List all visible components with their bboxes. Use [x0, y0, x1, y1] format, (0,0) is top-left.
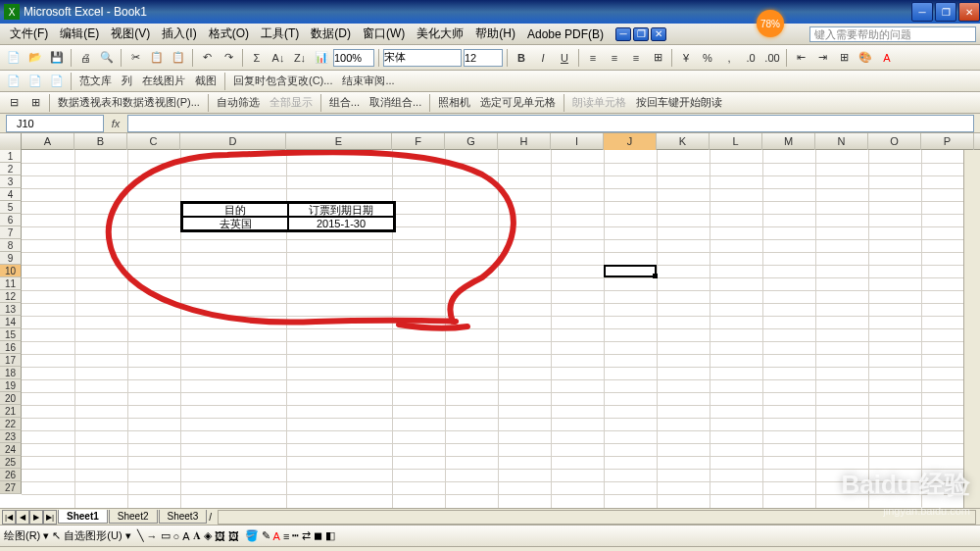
- row-header-3[interactable]: 3: [0, 175, 22, 188]
- borders-button[interactable]: ⊞: [834, 48, 854, 68]
- template-lib-button[interactable]: 范文库: [75, 74, 116, 88]
- menu-beautify[interactable]: 美化大师: [411, 24, 469, 44]
- col-header-G[interactable]: G: [445, 133, 498, 150]
- reply-changes-button[interactable]: 回复时包含更改(C)...: [229, 74, 336, 88]
- sort-asc-button[interactable]: A↓: [269, 48, 288, 68]
- pivot-button[interactable]: 数据透视表和数据透视图(P)...: [54, 95, 204, 110]
- online-pic-button[interactable]: 在线图片: [138, 74, 189, 88]
- col-header-N[interactable]: N: [815, 133, 868, 150]
- ungroup-button[interactable]: ⊞: [25, 93, 45, 113]
- paste-button[interactable]: 📋: [169, 48, 188, 68]
- row-header-21[interactable]: 21: [0, 405, 22, 418]
- doc-close-button[interactable]: ✕: [651, 27, 666, 41]
- textbox-button[interactable]: A: [182, 530, 189, 542]
- arrow-button[interactable]: →: [147, 530, 158, 542]
- underline-button[interactable]: U: [555, 48, 574, 68]
- read-enter-button[interactable]: 按回车键开始朗读: [632, 95, 726, 110]
- col-header-P[interactable]: P: [921, 133, 974, 150]
- preview-button[interactable]: 🔍: [97, 48, 117, 68]
- row-header-24[interactable]: 24: [0, 443, 22, 456]
- sheet-tab-1[interactable]: Sheet1: [58, 510, 108, 524]
- line-style-button[interactable]: ≡: [283, 530, 289, 542]
- print-button[interactable]: 🖨: [75, 48, 95, 68]
- row-header-17[interactable]: 17: [0, 354, 22, 367]
- fill-color-button[interactable]: 🎨: [856, 48, 875, 68]
- align-center-button[interactable]: ≡: [605, 48, 624, 68]
- picture-button[interactable]: 🖼: [228, 530, 239, 542]
- horizontal-scrollbar[interactable]: [218, 510, 976, 525]
- menu-help[interactable]: 帮助(H): [469, 24, 521, 44]
- row-header-10[interactable]: 10: [0, 265, 22, 277]
- help-search-input[interactable]: 键入需要帮助的问题: [809, 26, 976, 42]
- row-header-4[interactable]: 4: [0, 188, 22, 201]
- redo-button[interactable]: ↷: [219, 48, 238, 68]
- menu-edit[interactable]: 编辑(E): [54, 24, 105, 44]
- merge-button[interactable]: ⊞: [648, 48, 667, 68]
- show-all-button[interactable]: 全部显示: [266, 95, 317, 110]
- row-header-12[interactable]: 12: [0, 290, 22, 303]
- align-right-button[interactable]: ≡: [626, 48, 646, 68]
- pdf-button-1[interactable]: 📄: [4, 72, 24, 91]
- col-header-C[interactable]: C: [127, 133, 180, 150]
- autofilter-button[interactable]: 自动筛选: [213, 95, 264, 110]
- row-header-8[interactable]: 8: [0, 239, 22, 252]
- col-header-L[interactable]: L: [710, 133, 762, 150]
- fill-color-draw-button[interactable]: 🪣: [245, 529, 259, 542]
- row-header-5[interactable]: 5: [0, 201, 22, 214]
- undo-button[interactable]: ↶: [197, 48, 217, 68]
- col-header-I[interactable]: I: [551, 133, 604, 150]
- diagram-button[interactable]: ◈: [204, 529, 212, 542]
- font-input[interactable]: [383, 49, 462, 67]
- doc-restore-button[interactable]: ❐: [633, 27, 649, 41]
- menu-data[interactable]: 数据(D): [305, 24, 357, 44]
- copy-button[interactable]: 📋: [147, 48, 167, 68]
- currency-button[interactable]: ¥: [676, 48, 696, 68]
- sort-desc-button[interactable]: Z↓: [290, 48, 310, 68]
- row-header-2[interactable]: 2: [0, 163, 22, 175]
- row-header-9[interactable]: 9: [0, 252, 22, 265]
- row-header-23[interactable]: 23: [0, 430, 22, 443]
- ungroup-cmd-button[interactable]: 取消组合...: [366, 95, 425, 110]
- menu-tools[interactable]: 工具(T): [255, 24, 305, 44]
- row-header-1[interactable]: 1: [0, 150, 22, 163]
- col-header-A[interactable]: A: [22, 133, 74, 150]
- percent-button[interactable]: %: [698, 48, 717, 68]
- row-header-25[interactable]: 25: [0, 456, 22, 469]
- font-color-draw-button[interactable]: A: [273, 530, 280, 542]
- rectangle-button[interactable]: ▭: [161, 529, 171, 542]
- line-color-button[interactable]: ✎: [262, 529, 270, 542]
- col-header-K[interactable]: K: [657, 133, 710, 150]
- end-review-button[interactable]: 结束审阅...: [338, 74, 398, 88]
- wordart-button[interactable]: 𝐀: [193, 529, 201, 542]
- indent-button[interactable]: ⇤: [791, 48, 810, 68]
- pdf-button-3[interactable]: 📄: [47, 72, 67, 91]
- row-header-15[interactable]: 15: [0, 328, 22, 341]
- chart-button[interactable]: 📊: [312, 48, 331, 68]
- tab-nav-first[interactable]: |◀: [2, 510, 16, 525]
- increase-decimal-button[interactable]: .00: [762, 48, 782, 68]
- menu-adobe[interactable]: Adobe PDF(B): [521, 25, 610, 43]
- name-box[interactable]: J10: [6, 115, 104, 132]
- open-button[interactable]: 📂: [25, 48, 45, 68]
- row-header-27[interactable]: 27: [0, 481, 22, 494]
- menu-file[interactable]: 文件(F): [4, 24, 54, 44]
- align-left-button[interactable]: ≡: [583, 48, 603, 68]
- oval-button[interactable]: ○: [173, 530, 180, 542]
- dash-style-button[interactable]: ┅: [292, 529, 299, 542]
- decrease-decimal-button[interactable]: .0: [741, 48, 760, 68]
- tab-nav-next[interactable]: ▶: [29, 510, 43, 525]
- minimize-button[interactable]: ─: [911, 2, 933, 22]
- fx-icon[interactable]: fx: [108, 118, 123, 129]
- col-header-H[interactable]: H: [498, 133, 551, 150]
- outdent-button[interactable]: ⇥: [812, 48, 832, 68]
- row-header-13[interactable]: 13: [0, 303, 22, 316]
- select-objects-button[interactable]: ↖: [52, 529, 61, 542]
- col-header-O[interactable]: O: [868, 133, 921, 150]
- line-button[interactable]: ╲: [137, 529, 144, 542]
- header-purpose[interactable]: 目的: [182, 203, 288, 217]
- cell-purpose[interactable]: 去英国: [182, 217, 288, 230]
- row-header-11[interactable]: 11: [0, 277, 22, 290]
- row-header-22[interactable]: 22: [0, 418, 22, 430]
- pdf-button-2[interactable]: 📄: [25, 72, 45, 91]
- row-header-14[interactable]: 14: [0, 316, 22, 328]
